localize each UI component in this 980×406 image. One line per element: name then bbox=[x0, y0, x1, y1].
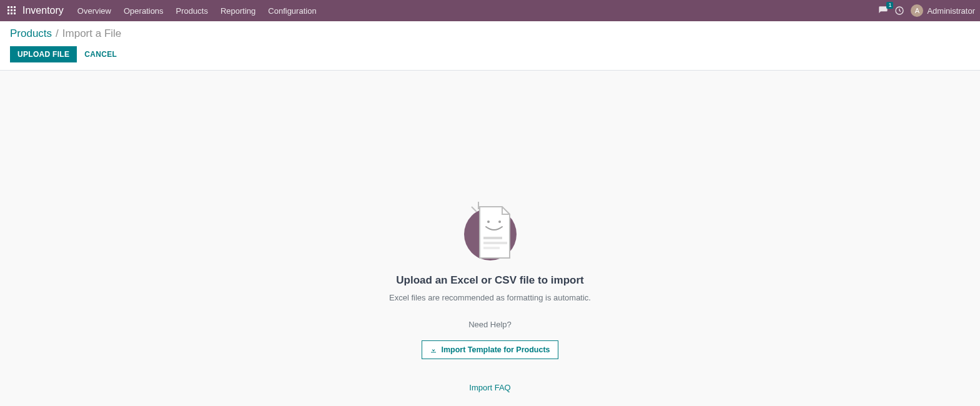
import-template-button-label: Import Template for Products bbox=[441, 345, 550, 354]
breadcrumb: Products / Import a File bbox=[10, 27, 970, 40]
avatar: A bbox=[911, 4, 923, 17]
nav-item-overview[interactable]: Overview bbox=[71, 0, 117, 21]
app-brand[interactable]: Inventory bbox=[22, 5, 64, 16]
nav-item-reporting[interactable]: Reporting bbox=[214, 0, 262, 21]
main-content: Upload an Excel or CSV file to import Ex… bbox=[0, 71, 980, 406]
download-icon bbox=[430, 346, 437, 354]
empty-state-title: Upload an Excel or CSV file to import bbox=[396, 274, 583, 287]
cancel-button[interactable]: CANCEL bbox=[84, 50, 117, 59]
top-navbar: Inventory Overview Operations Products R… bbox=[0, 0, 980, 21]
nav-item-configuration[interactable]: Configuration bbox=[262, 0, 322, 21]
messaging-icon[interactable]: 1 bbox=[878, 6, 888, 16]
need-help-label: Need Help? bbox=[468, 320, 512, 329]
user-name: Administrator bbox=[927, 6, 975, 16]
breadcrumb-parent[interactable]: Products bbox=[10, 27, 52, 40]
apps-launcher-icon[interactable] bbox=[5, 4, 19, 17]
svg-rect-4 bbox=[11, 9, 12, 11]
svg-rect-1 bbox=[11, 6, 12, 8]
svg-rect-16 bbox=[483, 242, 507, 244]
empty-state-subtitle: Excel files are recommended as formattin… bbox=[389, 293, 591, 302]
systray: 1 A Administrator bbox=[878, 4, 975, 17]
svg-rect-8 bbox=[14, 12, 16, 14]
empty-file-illustration bbox=[456, 196, 525, 264]
svg-line-11 bbox=[472, 207, 477, 212]
breadcrumb-current: Import a File bbox=[62, 27, 121, 40]
activities-icon[interactable] bbox=[894, 6, 904, 16]
svg-rect-7 bbox=[11, 12, 12, 14]
svg-point-14 bbox=[498, 220, 501, 223]
messaging-badge: 1 bbox=[886, 2, 893, 9]
control-panel: Products / Import a File UPLOAD FILE CAN… bbox=[0, 21, 980, 71]
action-bar: UPLOAD FILE CANCEL bbox=[10, 46, 970, 62]
svg-rect-15 bbox=[483, 237, 502, 239]
nav-menu: Overview Operations Products Reporting C… bbox=[71, 0, 323, 21]
import-template-button[interactable]: Import Template for Products bbox=[422, 340, 558, 359]
import-faq-link[interactable]: Import FAQ bbox=[469, 383, 510, 392]
svg-rect-17 bbox=[483, 247, 500, 249]
svg-point-13 bbox=[487, 220, 490, 223]
svg-rect-0 bbox=[7, 6, 9, 8]
svg-rect-3 bbox=[7, 9, 9, 11]
nav-item-products[interactable]: Products bbox=[170, 0, 214, 21]
svg-rect-2 bbox=[14, 6, 16, 8]
user-menu[interactable]: A Administrator bbox=[911, 4, 975, 17]
import-empty-state: Upload an Excel or CSV file to import Ex… bbox=[297, 196, 684, 392]
upload-file-button[interactable]: UPLOAD FILE bbox=[10, 46, 77, 62]
breadcrumb-separator: / bbox=[56, 27, 59, 40]
nav-item-operations[interactable]: Operations bbox=[117, 0, 170, 21]
svg-rect-5 bbox=[14, 9, 16, 11]
svg-rect-6 bbox=[7, 12, 9, 14]
